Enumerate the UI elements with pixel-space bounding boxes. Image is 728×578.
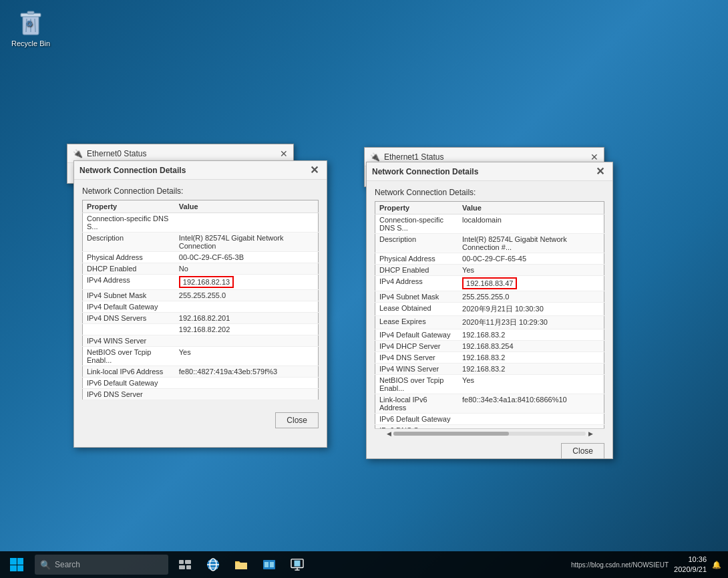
eth0-col-value: Value [175, 200, 319, 213]
ethernet0-title: Ethernet0 Status [87, 149, 146, 158]
table-row: NetBIOS over Tcpip Enabl... [83, 347, 175, 366]
taskbar-time-display: 10:36 [674, 555, 707, 565]
ethernet1-ncd-titlebar: Network Connection Details ✕ [367, 162, 612, 181]
table-row: Lease Expires [375, 316, 459, 329]
notification-area[interactable]: 🔔 [712, 561, 721, 569]
svg-rect-13 [179, 565, 185, 569]
table-row: DHCP Enabled [375, 265, 459, 276]
table-row: IPv4 DNS Servers [83, 313, 175, 324]
ethernet1-close-button[interactable]: Close [561, 443, 604, 459]
ethernet1-title: Ethernet1 Status [384, 152, 443, 162]
svg-rect-21 [264, 562, 268, 567]
table-row: Lease Obtained [375, 303, 459, 316]
ethernet1-ncd-close-btn[interactable]: ✕ [592, 164, 607, 179]
svg-rect-11 [179, 560, 184, 564]
ethernet0-ncd-titlebar: Network Connection Details ✕ [74, 161, 327, 180]
table-row: Connection-specific DNS S... [375, 214, 459, 234]
ethernet0-ncd-close-btn[interactable]: ✕ [307, 163, 321, 178]
ie-icon[interactable] [200, 551, 226, 578]
ethernet0-ncd-subtitle: Network Connection Details: [82, 186, 319, 196]
table-row: IPv4 Default Gateway [375, 329, 459, 341]
svg-rect-7 [10, 558, 17, 565]
table-row: IPv4 Subnet Mask [375, 291, 459, 303]
ethernet1-ncd-content: Network Connection Details: Property Val… [367, 181, 612, 438]
table-row: Link-local IPv6 Address [375, 394, 459, 414]
ethernet0-ncd-content: Network Connection Details: Property Val… [74, 180, 327, 407]
table-row: IPv6 DNS Server [375, 425, 459, 429]
recycle-bin-label: Recycle Bin [11, 39, 50, 47]
table-row: IPv4 Default Gateway [83, 301, 175, 313]
ethernet1-ncd-footer: Close [367, 438, 612, 464]
taskbar: 🔍 Search [0, 551, 728, 578]
taskbar-date-display: 2020/9/21 [674, 565, 707, 575]
svg-rect-10 [17, 565, 23, 571]
table-row: Link-local IPv6 Address [83, 366, 175, 378]
taskbar-apps [172, 551, 311, 578]
eth1-col-value: Value [458, 202, 604, 214]
svg-rect-8 [17, 558, 23, 565]
svg-rect-14 [186, 565, 191, 569]
table-row: Physical Address [83, 252, 175, 263]
svg-line-5 [35, 19, 35, 32]
task-view-button[interactable] [172, 551, 198, 578]
folder-icon[interactable] [228, 551, 254, 578]
ethernet1-ncd-subtitle: Network Connection Details: [375, 188, 604, 197]
table-row: IPv4 DNS Server [375, 352, 459, 364]
table-row: Description [375, 234, 459, 253]
svg-rect-22 [270, 562, 274, 567]
taskbar-right: https://blog.csdn.net/NOWSIEUT 10:36 202… [571, 555, 728, 575]
table-row: Physical Address [375, 253, 459, 265]
ethernet0-ncd-footer: Close [74, 407, 327, 434]
start-button[interactable] [0, 551, 33, 578]
taskbar-search[interactable]: 🔍 Search [35, 555, 168, 575]
table-row: IPv4 Address [83, 275, 175, 290]
scroll-track [393, 432, 586, 436]
table-row [83, 324, 175, 335]
table-row: IPv6 DNS Server [83, 389, 175, 400]
table-row: Description [83, 233, 175, 252]
eth0-col-property: Property [83, 200, 175, 213]
table-row: IPv6 Default Gateway [375, 414, 459, 425]
table-row: DHCP Enabled [83, 263, 175, 275]
scroll-thumb [393, 432, 509, 436]
ethernet0-ncd-table: Property Value Connection-specific DNS S… [82, 200, 319, 400]
eth1-scrollbar[interactable]: ◀ ▶ [375, 428, 604, 438]
svg-rect-9 [10, 565, 17, 571]
ethernet1-ncd-title: Network Connection Details [372, 167, 478, 176]
svg-rect-2 [27, 11, 34, 14]
network-icon-taskbar[interactable] [284, 551, 311, 578]
svg-rect-24 [295, 561, 301, 567]
table-row: Connection-specific DNS S... [83, 213, 175, 233]
desktop: ♻ Recycle Bin 🔌 Ethernet0 Status ✕ Netwo… [0, 0, 728, 578]
scroll-right-arrow[interactable]: ▶ [586, 429, 595, 438]
ethernet0-ncd-title: Network Connection Details [79, 166, 186, 175]
eth1-col-property: Property [375, 202, 459, 214]
file-explorer-icon[interactable] [256, 551, 283, 578]
search-placeholder: Search [55, 560, 80, 569]
scroll-left-arrow[interactable]: ◀ [384, 429, 393, 438]
ethernet1-ncd-table: Property Value Connection-specific DNS S… [375, 201, 604, 428]
ethernet0-close-button[interactable]: Close [275, 412, 319, 428]
table-row: IPv4 Subnet Mask [83, 290, 175, 301]
table-row: IPv4 DHCP Server [375, 341, 459, 352]
recycle-bin-icon[interactable]: ♻ Recycle Bin [7, 7, 55, 47]
svg-text:♻: ♻ [25, 19, 33, 29]
table-row: IPv4 WINS Server [83, 335, 175, 347]
table-row: NetBIOS over Tcpip Enabl... [375, 375, 459, 394]
table-row: IPv6 Default Gateway [83, 378, 175, 389]
taskbar-clock: 10:36 2020/9/21 [674, 555, 707, 575]
svg-rect-12 [185, 560, 191, 564]
taskbar-url: https://blog.csdn.net/NOWSIEUT [571, 561, 669, 569]
ethernet0-ncd-dialog: Network Connection Details ✕ Network Con… [73, 160, 327, 448]
table-row: IPv4 WINS Server [375, 364, 459, 375]
ethernet1-ncd-dialog: Network Connection Details ✕ Network Con… [366, 162, 613, 459]
table-row: IPv4 Address [375, 276, 459, 291]
